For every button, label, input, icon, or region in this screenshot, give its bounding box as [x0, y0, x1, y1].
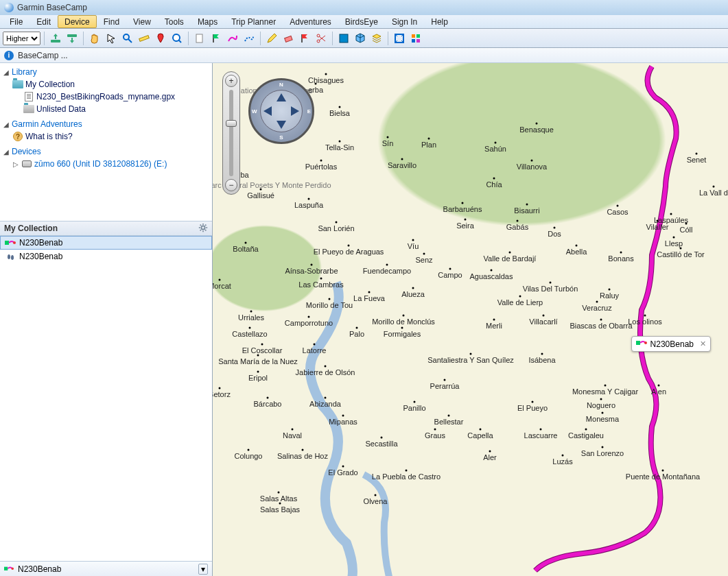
tool-route-icon[interactable]: [225, 31, 240, 46]
detail-level-select[interactable]: Higher: [3, 32, 40, 45]
menu-find[interactable]: Find: [97, 15, 126, 28]
place-label: Castilló de Tor: [657, 250, 705, 259]
tool-extent-icon[interactable]: [392, 31, 407, 46]
place-label: Salas Bajas: [260, 505, 300, 514]
tool-find-icon[interactable]: [169, 31, 185, 46]
place-label: Eripol: [248, 374, 268, 382]
place-dot: [491, 269, 493, 272]
expand-icon[interactable]: ▷: [12, 160, 19, 168]
place-dot: [470, 353, 472, 355]
tool-receive-icon[interactable]: [64, 31, 80, 46]
close-icon[interactable]: ✕: [700, 339, 706, 348]
tree-what-is-this[interactable]: ? What is this?: [0, 130, 212, 143]
collection-item-route[interactable]: N230Benab: [0, 236, 212, 250]
svg-rect-1: [67, 34, 77, 37]
place-dot: [386, 264, 388, 266]
menu-maps[interactable]: Maps: [191, 15, 224, 28]
place-label: Los olinos: [628, 317, 662, 326]
pan-compass[interactable]: N S W E: [248, 78, 314, 144]
collapse-icon[interactable]: ◢: [3, 121, 10, 128]
zoom-thumb[interactable]: [226, 120, 237, 127]
tool-cube-icon[interactable]: [353, 31, 368, 46]
statusbar: N230Benab ▾: [0, 561, 212, 576]
collapse-icon[interactable]: ◢: [3, 148, 10, 156]
place-dot: [387, 136, 389, 139]
tree-my-collection[interactable]: My Collection: [0, 78, 212, 91]
place-label: Valle de Lierp: [497, 298, 543, 307]
place-dot: [680, 248, 682, 250]
place-dot: [325, 365, 327, 368]
menu-trip-planner[interactable]: Trip Planner: [224, 15, 283, 28]
zoom-in-button[interactable]: +: [225, 75, 237, 87]
tool-zoom-icon[interactable]: [120, 31, 135, 46]
tree-gpx-file[interactable]: N230_BestBikingRoads_myname.gpx: [0, 91, 212, 103]
footsteps-icon: [5, 252, 16, 261]
place-label: La Puebla de Castro: [372, 472, 441, 481]
pan-north-button[interactable]: [277, 93, 286, 101]
tool-marker-icon[interactable]: [153, 31, 168, 46]
svg-line-26: [200, 224, 201, 225]
menu-sign-in[interactable]: Sign In: [385, 15, 424, 28]
map[interactable]: arc National Des Pyrénées arc Natural Po…: [213, 63, 728, 576]
tool-flag-icon[interactable]: [209, 31, 224, 46]
place-dot: [576, 245, 578, 247]
dropdown-icon[interactable]: ▾: [198, 564, 208, 575]
place-label: Las Cambras: [298, 280, 343, 289]
place-dot: [356, 327, 358, 329]
svg-line-29: [205, 224, 206, 225]
zoom-out-button[interactable]: −: [225, 179, 237, 191]
pan-east-button[interactable]: [291, 106, 299, 116]
tree-devices[interactable]: ◢ Devices: [0, 145, 212, 158]
tool-new-icon[interactable]: [192, 31, 207, 46]
tool-settings-icon[interactable]: [408, 31, 423, 46]
place-dot: [414, 401, 416, 403]
tool-eraser-icon[interactable]: [281, 31, 296, 46]
tree-device-zumo[interactable]: ▷ zūmo 660 (Unit ID 3812088126) (E:): [0, 158, 212, 170]
tool-track-icon[interactable]: [242, 31, 257, 46]
tree-library[interactable]: ◢ Library: [0, 66, 212, 78]
gear-icon[interactable]: [198, 223, 208, 235]
tree-adventures[interactable]: ◢ Garmin Adventures: [0, 118, 212, 130]
place-dot: [329, 298, 331, 300]
place-dot: [412, 287, 414, 289]
menu-birdseye[interactable]: BirdsEye: [338, 15, 385, 28]
pan-south-button[interactable]: [277, 121, 286, 129]
svg-rect-34: [636, 341, 640, 345]
tool-pencil-icon[interactable]: [264, 31, 279, 46]
tool-ruler-icon[interactable]: [137, 31, 152, 46]
menu-tools[interactable]: Tools: [158, 15, 191, 28]
menu-adventures[interactable]: Adventures: [283, 15, 338, 28]
menu-device[interactable]: Device: [58, 15, 97, 28]
tool-send-icon[interactable]: [48, 31, 63, 46]
menu-view[interactable]: View: [126, 15, 158, 28]
place-label: erba: [308, 86, 323, 94]
collapse-icon[interactable]: ◢: [3, 69, 10, 76]
route-balloon[interactable]: N230Benab ✕: [631, 336, 711, 352]
place-dot: [696, 153, 698, 155]
place-label: Castellazo: [232, 330, 267, 338]
menu-file[interactable]: File: [3, 15, 30, 28]
tool-3d-icon[interactable]: [336, 31, 351, 46]
place-label: A en: [651, 387, 666, 396]
zoom-slider[interactable]: + −: [222, 71, 240, 195]
collection-item-track[interactable]: N230Benab: [0, 250, 212, 263]
place-dot: [261, 344, 263, 346]
balloon-text: N230Benab: [650, 339, 694, 349]
tool-scissors-icon[interactable]: [314, 31, 329, 46]
place-label: Víu: [408, 242, 419, 250]
route-icon: [5, 239, 16, 247]
pan-west-button[interactable]: [263, 106, 272, 116]
place-label: Abizanda: [309, 400, 341, 408]
menu-help[interactable]: Help: [424, 15, 455, 28]
place-dot: [600, 398, 602, 400]
svg-line-27: [205, 230, 206, 230]
tool-select-icon[interactable]: [104, 31, 119, 46]
place-dot: [444, 379, 446, 381]
place-dot: [368, 291, 371, 293]
place-label: Fuendecampo: [363, 267, 411, 275]
tree-unlisted-data[interactable]: Unlisted Data: [0, 103, 212, 115]
tool-redflag-icon[interactable]: [297, 31, 312, 46]
tool-layers-icon[interactable]: [369, 31, 384, 46]
menu-edit[interactable]: Edit: [30, 15, 58, 28]
tool-hand-icon[interactable]: [87, 31, 102, 46]
